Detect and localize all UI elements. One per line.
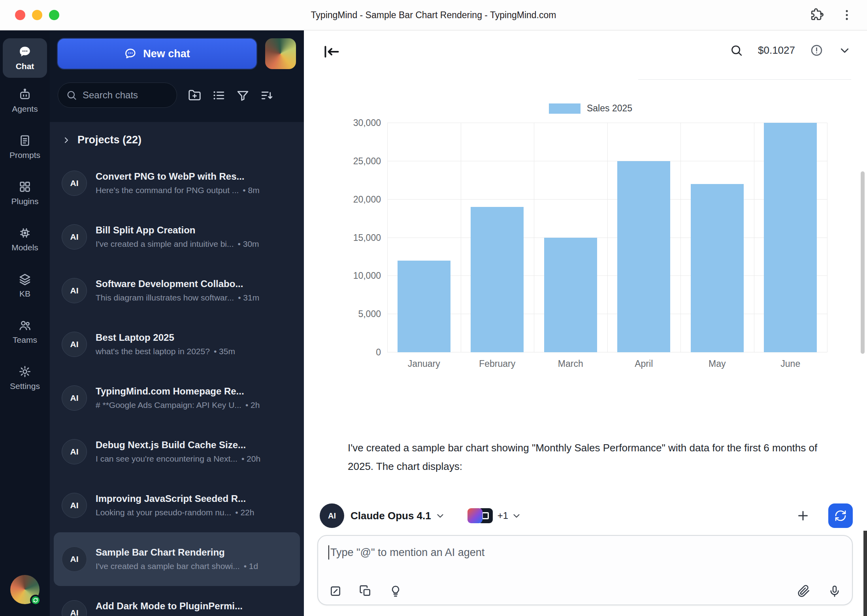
- title-bar: TypingMind - Sample Bar Chart Rendering …: [0, 0, 867, 30]
- browser-menu-icon[interactable]: [840, 8, 854, 22]
- extensions-icon[interactable]: [810, 8, 824, 22]
- gridline-v: [680, 123, 681, 352]
- rail-label: Models: [11, 243, 38, 252]
- minimize-button[interactable]: [32, 10, 42, 20]
- sidebar-item-plugins[interactable]: Plugins: [11, 180, 39, 206]
- chat-item-preview: I've created a sample bar chart showi...: [96, 562, 240, 571]
- attach-file-button[interactable]: [797, 585, 810, 597]
- zoom-button[interactable]: [49, 10, 59, 20]
- sort-descending-icon: [260, 89, 273, 102]
- y-tick-label: 0: [376, 347, 381, 358]
- account-avatar[interactable]: [10, 575, 40, 604]
- new-chat-button[interactable]: New chat: [58, 39, 256, 69]
- chat-item-subtitle: # **Google Ads Campaign: API Key U...• 2…: [96, 399, 260, 411]
- projects-label: Projects (22): [77, 134, 141, 146]
- chart-bar: [398, 261, 450, 352]
- model-avatar: AI: [320, 503, 344, 528]
- chat-list-item[interactable]: AI TypingMind.com Homepage Re... # **Goo…: [54, 371, 300, 425]
- chat-item-preview: # **Google Ads Campaign: API Key U...: [96, 400, 241, 409]
- sidebar-item-kb[interactable]: KB: [19, 273, 31, 299]
- chat-list-item[interactable]: AI Add Dark Mode to PluginPermi...: [54, 586, 300, 616]
- gridline-v: [827, 123, 827, 352]
- chart-bar: [471, 207, 524, 352]
- page-scrollbar-thumb[interactable]: [863, 531, 867, 616]
- model-name[interactable]: Claude Opus 4.1: [351, 510, 431, 522]
- chat-list-item[interactable]: AI Best Laptop 2025 what's the best lapt…: [54, 317, 300, 371]
- chat-avatar: AI: [62, 385, 87, 411]
- x-tick-label: February: [479, 359, 515, 369]
- sidebar-item-teams[interactable]: Teams: [13, 319, 37, 345]
- sidebar-item-agents[interactable]: Agents: [12, 88, 38, 114]
- chat-item-subtitle: I've created a sample bar chart showi...…: [96, 560, 258, 572]
- lightbulb-button[interactable]: [389, 585, 402, 597]
- chat-list-item[interactable]: AI Bill Split App Creation I've created …: [54, 210, 300, 264]
- new-folder-button[interactable]: [188, 89, 201, 102]
- search-messages-button[interactable]: [730, 44, 743, 57]
- cost-warning-icon[interactable]: [810, 44, 823, 57]
- microphone-button[interactable]: [828, 585, 841, 597]
- model-chevron-icon[interactable]: [435, 511, 445, 521]
- header-dropdown-chevron[interactable]: [838, 44, 851, 57]
- rail-label: Plugins: [11, 197, 39, 206]
- chat-bubble-icon: [124, 47, 137, 60]
- chat-list: AI Convert PNG to WebP with Res... Here'…: [50, 156, 304, 616]
- bulk-select-button[interactable]: [212, 89, 225, 102]
- chat-item-preview: I can see you're encountering a Next...: [96, 454, 237, 463]
- chat-item-time: • 35m: [214, 347, 235, 356]
- profile-avatar[interactable]: [265, 38, 296, 69]
- filter-button[interactable]: [236, 89, 249, 102]
- refresh-button[interactable]: [828, 503, 853, 528]
- collapse-sidebar-button[interactable]: [323, 43, 345, 65]
- chat-list-item[interactable]: AI Debug Next.js Build Cache Size... I c…: [54, 425, 300, 479]
- message-input[interactable]: Type "@" to mention an AI agent: [317, 535, 853, 605]
- rail-label: Prompts: [9, 150, 40, 160]
- chat-item-time: • 1d: [244, 562, 258, 571]
- chat-avatar: AI: [62, 278, 87, 303]
- chat-item-subtitle: [96, 614, 243, 616]
- text-caret: [328, 545, 329, 560]
- chat-item-subtitle: Looking at your pseudo-random nu...• 22h: [96, 507, 254, 518]
- chat-item-preview: I've created a simple and intuitive bi..…: [96, 239, 234, 248]
- chat-scrollbar-thumb[interactable]: [861, 171, 865, 354]
- y-tick-label: 15,000: [353, 232, 381, 243]
- plugins-chevron-icon: [511, 511, 522, 521]
- chat-item-text: Bill Split App Creation I've created a s…: [96, 224, 259, 250]
- sidebar-item-models[interactable]: Models: [11, 227, 38, 252]
- chat-list-item[interactable]: AI Sample Bar Chart Rendering I've creat…: [54, 532, 300, 586]
- search-chats-input[interactable]: [83, 90, 169, 101]
- plugins-selector[interactable]: +1: [467, 508, 522, 523]
- legend-label: Sales 2025: [587, 103, 632, 114]
- gridline-v: [387, 123, 388, 352]
- y-tick-label: 5,000: [358, 309, 381, 319]
- chat-item-time: • 31m: [238, 293, 259, 302]
- search-icon: [730, 44, 743, 57]
- microphone-icon: [828, 585, 841, 597]
- chevron-down-icon: [838, 44, 851, 57]
- edit-square-button[interactable]: [329, 585, 342, 597]
- sidebar-item-settings[interactable]: Settings: [10, 365, 40, 391]
- document-icon: [19, 134, 31, 147]
- sidebar-item-chat[interactable]: Chat: [3, 38, 47, 78]
- rail-label: Teams: [13, 335, 37, 345]
- plus-button[interactable]: [796, 509, 810, 523]
- chart-bar: [544, 238, 597, 353]
- x-tick-label: January: [408, 359, 440, 369]
- chat-avatar: AI: [62, 493, 87, 518]
- copy-icon: [359, 585, 372, 597]
- y-tick-label: 30,000: [353, 118, 381, 128]
- projects-toggle[interactable]: Projects (22): [50, 122, 304, 156]
- chart-bar: [764, 123, 817, 352]
- arrow-left-to-line-icon: [323, 43, 340, 60]
- chart-legend[interactable]: Sales 2025: [354, 103, 827, 114]
- header-divider: [638, 79, 851, 80]
- x-tick-label: May: [709, 359, 726, 369]
- sidebar-item-prompts[interactable]: Prompts: [9, 134, 40, 160]
- search-chats-box[interactable]: [58, 83, 177, 108]
- close-button[interactable]: [15, 10, 25, 20]
- gridline-v: [607, 123, 608, 352]
- copy-pages-button[interactable]: [359, 585, 372, 597]
- chat-list-item[interactable]: AI Improving JavaScript Seeded R... Look…: [54, 479, 300, 532]
- chat-list-item[interactable]: AI Convert PNG to WebP with Res... Here'…: [54, 156, 300, 210]
- chat-list-item[interactable]: AI Software Development Collabo... This …: [54, 264, 300, 317]
- sort-button[interactable]: [260, 89, 273, 102]
